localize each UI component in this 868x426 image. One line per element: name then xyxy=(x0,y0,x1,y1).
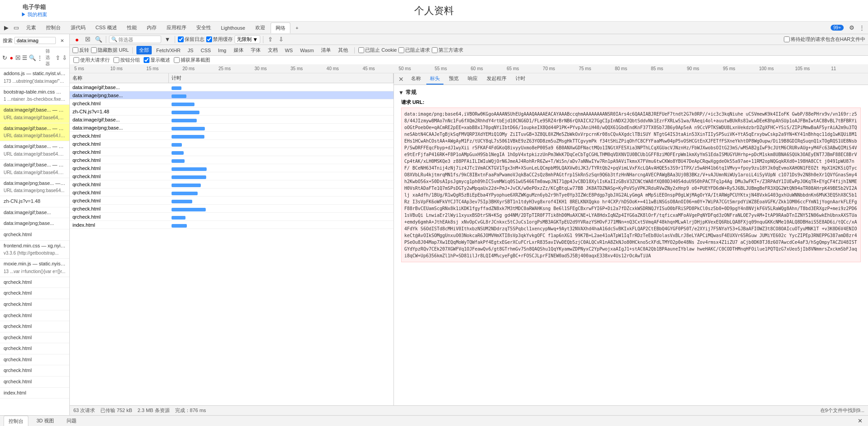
sidebar-search-input[interactable] xyxy=(14,37,56,44)
sidebar-item[interactable]: qrcheck.html xyxy=(0,354,69,366)
request-item[interactable]: qrcheck.html xyxy=(70,213,393,221)
menu-tab-network[interactable]: 网络 xyxy=(271,22,290,33)
menu-tab-sources[interactable]: 源代码 xyxy=(66,22,90,33)
disable-cache-checkbox[interactable]: 禁用缓存 xyxy=(206,36,233,43)
request-item[interactable]: data:image/png;base... xyxy=(70,91,393,99)
request-url-value[interactable]: data:image/png;base64,iVBORw0KGgoAAAANSU… xyxy=(401,108,861,262)
sidebar-record-icon[interactable]: ● xyxy=(9,53,14,62)
detail-tab-response[interactable]: 响应 xyxy=(464,73,481,85)
sidebar-up-icon[interactable]: ⇧ xyxy=(55,53,61,62)
sidebar-item[interactable]: data:image/gif;base... — data:...URL dat… xyxy=(0,141,69,160)
request-item[interactable]: data:image/gif;base... xyxy=(70,83,393,91)
sidebar-item[interactable]: bootstrap-table.min.css — xg...1 ...ntai… xyxy=(0,87,69,105)
menu-tab-elements[interactable]: 元素 xyxy=(22,22,41,33)
cb-show-overview[interactable]: 显示概述 xyxy=(144,57,170,63)
section-header-general[interactable]: ▼ 常规 xyxy=(396,87,866,98)
detail-tab-name[interactable]: 名称 xyxy=(407,73,425,85)
menu-tab-css[interactable]: CSS 概述 xyxy=(91,22,122,33)
mobile-icon[interactable]: ▭ xyxy=(12,23,21,32)
pointer-icon[interactable]: ▶ xyxy=(2,23,11,32)
sidebar-down-icon[interactable]: ⇩ xyxy=(62,53,68,62)
sidebar-item[interactable]: qrcheck.html xyxy=(0,277,69,288)
detail-tab-initiator[interactable]: 发起程序 xyxy=(483,73,510,85)
request-item[interactable]: qrcheck.html xyxy=(70,172,393,180)
sidebar-filter-icon[interactable]: ☰ xyxy=(22,53,28,62)
sidebar-item[interactable]: addons.js — static.nyist.vip/as...173 ..… xyxy=(0,68,69,87)
sidebar-item[interactable]: data:image/gif;base... — data:...URL dat… xyxy=(0,105,69,123)
sidebar-item[interactable]: qrcheck.html xyxy=(0,377,69,388)
request-item[interactable]: qrcheck.html xyxy=(70,140,393,148)
menu-tab-welcome[interactable]: 欢迎 xyxy=(251,22,270,33)
sidebar-item[interactable]: qrcheck.html xyxy=(0,299,69,310)
breadcrumb[interactable]: ▶ 我的档案 xyxy=(21,11,47,18)
sidebar-refresh-icon[interactable]: ↻ xyxy=(2,53,8,62)
cb-invert[interactable]: 反转 xyxy=(72,47,89,54)
sidebar-item[interactable]: data:image/gif;base... xyxy=(0,207,69,219)
filter-type-doc[interactable]: 文档 xyxy=(265,46,280,54)
clear-btn[interactable]: ☒ xyxy=(83,35,92,44)
bottom-tab-3dview[interactable]: 3D 视图 xyxy=(32,416,59,426)
export-btn[interactable]: ⇩ xyxy=(277,35,286,44)
sidebar-item[interactable]: qrcheck.html xyxy=(0,288,69,299)
menu-tab-console[interactable]: 控制台 xyxy=(41,22,65,33)
detail-tab-preview[interactable]: 预览 xyxy=(445,73,462,85)
sidebar-item[interactable]: qrcheck.html xyxy=(0,321,69,332)
request-item[interactable]: qrcheck.html xyxy=(70,156,393,164)
detail-tab-timing[interactable]: 计时 xyxy=(512,73,529,85)
bottom-tab-console[interactable]: 控制台 xyxy=(4,416,28,426)
sidebar-item[interactable]: zh-CN.js?v=1.48 xyxy=(0,196,69,207)
filter-type-ws[interactable]: WS xyxy=(282,47,296,54)
menu-tab-security[interactable]: 安全性 xyxy=(192,22,216,33)
detail-close-btn[interactable]: ✕ xyxy=(397,76,406,83)
menu-tab-memory[interactable]: 内存 xyxy=(142,22,161,33)
cb-blocked-req[interactable]: 已阻止请求 xyxy=(398,47,430,54)
filter-type-font[interactable]: 字体 xyxy=(248,46,263,54)
request-item[interactable]: index.html xyxy=(70,221,393,229)
sidebar-item[interactable]: moxie.min.js — static.nyist.vip...13 ...… xyxy=(0,259,69,277)
sidebar-item[interactable]: qrcheck.html xyxy=(0,332,69,344)
filter-type-js[interactable]: JS xyxy=(185,47,196,54)
filter-type-img[interactable]: Img xyxy=(215,47,229,54)
filter-type-wasm[interactable]: Wasm xyxy=(297,47,316,54)
cb-third-party[interactable]: 第三方请求 xyxy=(432,47,463,54)
preserve-log-checkbox[interactable]: 保留日志 xyxy=(178,36,204,43)
request-item[interactable]: zh-CN.js?v=1.48 xyxy=(70,108,393,116)
request-item[interactable]: data:image/gif;base... xyxy=(70,116,393,124)
request-item[interactable]: qrcheck.html xyxy=(70,197,393,205)
menu-tab-lighthouse[interactable]: Lighthouse xyxy=(217,23,250,32)
filter-type-media[interactable]: 媒体 xyxy=(231,46,246,54)
sidebar-dots-icon[interactable]: ⋮ xyxy=(37,53,43,62)
cb-group-by-frame[interactable]: 按钮分组 xyxy=(113,57,140,63)
request-item[interactable]: qrcheck.html xyxy=(70,180,393,188)
request-item[interactable]: data:image/png;base... xyxy=(70,124,393,132)
request-item[interactable]: qrcheck.html xyxy=(70,205,393,213)
cb-capture-screenshot[interactable]: 捕获屏幕截图 xyxy=(174,57,210,63)
cb-blocked-cookie[interactable]: 已阻止 Cookie xyxy=(358,47,397,54)
filter-type-css[interactable]: CSS xyxy=(198,47,214,54)
filter-type-other[interactable]: 其他 xyxy=(335,46,351,54)
filter-type-xhr[interactable]: Fetch/XHR xyxy=(154,47,183,54)
bottom-close-btn[interactable]: ✕ xyxy=(855,417,864,426)
keep-in-har-checkbox[interactable]: 将待处理的请求包含在HAR文件中 xyxy=(784,36,865,43)
more-icon[interactable]: ⋮ xyxy=(857,23,866,32)
sidebar-item[interactable]: qrcheck.html xyxy=(0,365,69,377)
sidebar-search-icon2[interactable]: 🔍 xyxy=(29,53,36,62)
sidebar-item[interactable]: qrcheck.html xyxy=(0,229,69,241)
sidebar-item[interactable]: data:image/png;base... xyxy=(0,218,69,229)
detail-tab-headers[interactable]: 标头 xyxy=(426,73,443,85)
filter-input[interactable] xyxy=(118,37,159,42)
menu-tab-application[interactable]: 应用程序 xyxy=(162,22,191,33)
request-item[interactable]: qrcheck.html xyxy=(70,148,393,156)
bottom-tab-issues[interactable]: 问题 xyxy=(62,416,81,426)
filter-expand-btn[interactable]: ▼ xyxy=(163,35,172,44)
filter-type-all[interactable]: 全部 xyxy=(136,46,152,54)
settings-icon[interactable]: ⚙ xyxy=(847,23,856,32)
sidebar-item[interactable]: qrcheck.html xyxy=(0,310,69,322)
sidebar-item[interactable]: index.html xyxy=(0,388,69,399)
menu-tab-add[interactable]: + xyxy=(291,23,303,32)
sidebar-clear-icon[interactable]: ☒ xyxy=(15,53,21,62)
request-item[interactable]: qrcheck.html xyxy=(70,132,393,140)
sidebar-item[interactable]: data:image/gif;base... — data:...URL dat… xyxy=(0,123,69,142)
import-btn[interactable]: ⇧ xyxy=(266,35,275,44)
filter-type-manifest[interactable]: 清单 xyxy=(318,46,334,54)
